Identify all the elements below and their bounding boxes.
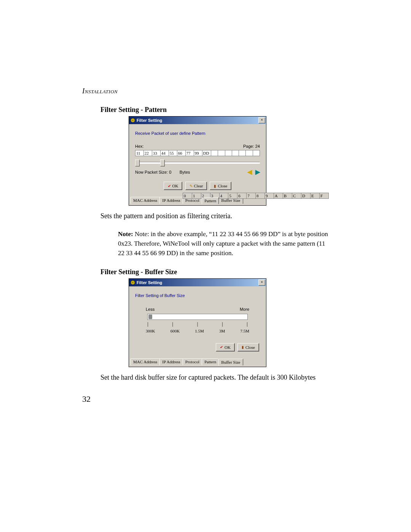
- hex-table: 0123456789ABCDEF 1122334455667799DD: [135, 150, 260, 156]
- hex-value-cell[interactable]: 11: [135, 150, 144, 156]
- titlebar: Filter Setting ×: [129, 117, 266, 124]
- titlebar: Filter Setting ×: [129, 279, 266, 286]
- hex-header-cell: E: [310, 193, 319, 199]
- hex-header-cell: A: [274, 193, 283, 199]
- page-number: 32: [82, 394, 91, 404]
- pattern-description: Receive Packet of user define Pattern: [135, 131, 260, 136]
- hex-value-cell[interactable]: [211, 150, 218, 156]
- hex-header-cell: D: [301, 193, 310, 199]
- hex-value-cell[interactable]: 44: [160, 150, 169, 156]
- hex-header-cell: 1: [192, 193, 201, 199]
- hex-header-cell: 9: [264, 193, 274, 199]
- hex-header-cell: 8: [256, 193, 265, 199]
- arrow-right-icon[interactable]: ▶: [255, 169, 260, 175]
- clear-button[interactable]: ✎Clear: [185, 182, 207, 190]
- hex-value-cell[interactable]: [239, 150, 246, 156]
- buffer-caption: Set the hard disk buffer size for captur…: [100, 372, 329, 382]
- hex-header-cell: F: [319, 193, 328, 199]
- scale-label: 1.5M: [195, 329, 204, 333]
- hex-value-row[interactable]: 1122334455667799DD: [135, 150, 260, 156]
- hex-value-cell[interactable]: 99: [194, 150, 202, 156]
- scale-label: 7.5M: [240, 329, 249, 333]
- ok-button[interactable]: ✔OK: [216, 343, 235, 351]
- tab-mac-address[interactable]: MAC Address: [131, 358, 160, 365]
- buffer-description: Filter Setting of Buffer Size: [135, 293, 260, 298]
- tab-buffer-size[interactable]: Buffer Size: [218, 359, 243, 366]
- close-button[interactable]: ▮Close: [237, 343, 259, 351]
- dialog-title: Filter Setting: [137, 118, 258, 123]
- hex-value-cell[interactable]: 77: [185, 150, 194, 156]
- scale-label: 300K: [146, 329, 155, 333]
- hex-value-cell[interactable]: [253, 150, 260, 156]
- hex-header-cell: B: [283, 193, 292, 199]
- tab-ip-address[interactable]: IP Address: [159, 197, 183, 204]
- scale-label: 600K: [170, 329, 180, 333]
- hex-header-cell: 5: [228, 193, 237, 199]
- more-label: More: [240, 307, 249, 312]
- section-heading-pattern: Filter Setting - Pattern: [100, 106, 329, 114]
- tick: │: [147, 322, 149, 326]
- hex-value-cell[interactable]: [218, 150, 225, 156]
- close-icon[interactable]: ×: [258, 117, 265, 123]
- page-header: Installation: [82, 87, 118, 95]
- hex-header-cell: 6: [237, 193, 247, 199]
- scale-label: 3M: [219, 329, 225, 333]
- filter-setting-buffer-dialog: Filter Setting × Filter Setting of Buffe…: [129, 278, 266, 367]
- hex-value-cell[interactable]: [225, 150, 232, 156]
- close-button[interactable]: ▮Close: [210, 182, 231, 190]
- buffer-slider[interactable]: [146, 313, 249, 321]
- arrow-left-icon[interactable]: ◀: [247, 169, 252, 175]
- less-label: Less: [146, 307, 155, 312]
- hex-value-cell[interactable]: 22: [143, 150, 152, 156]
- tab-ip-address[interactable]: IP Address: [159, 358, 183, 365]
- hex-header-cell: C: [292, 193, 301, 199]
- hex-value-cell[interactable]: 66: [177, 150, 185, 156]
- hex-header-cell: 0: [183, 193, 192, 199]
- hex-value-cell[interactable]: 33: [152, 150, 160, 156]
- hex-header-cell: 4: [219, 193, 228, 199]
- app-icon: [130, 118, 135, 123]
- pattern-note: Note: Note: in the above example, “11 22…: [118, 229, 329, 258]
- filter-setting-pattern-dialog: Filter Setting × Receive Packet of user …: [129, 116, 266, 206]
- tab-protocol[interactable]: Protocol: [183, 358, 202, 365]
- hex-label: Hex:: [135, 144, 144, 149]
- packet-size-label: Now Packet Size: 0: [135, 170, 171, 174]
- page-label: Page: 24: [243, 144, 260, 149]
- hex-header-cell: 7: [247, 193, 256, 199]
- app-icon: [130, 280, 135, 285]
- dialog-title: Filter Setting: [137, 280, 258, 285]
- hex-value-cell[interactable]: [232, 150, 239, 156]
- section-heading-buffer: Filter Setting - Buffer Size: [100, 268, 329, 276]
- ok-button[interactable]: ✔OK: [164, 182, 183, 190]
- hex-value-cell[interactable]: DD: [202, 150, 211, 156]
- tab-pattern[interactable]: Pattern: [202, 197, 219, 204]
- close-icon[interactable]: ×: [258, 280, 265, 286]
- tab-mac-address[interactable]: MAC Address: [131, 197, 160, 204]
- position-slider[interactable]: [135, 159, 260, 166]
- tab-bar: MAC AddressIP AddressProtocolPatternBuff…: [129, 358, 266, 367]
- hex-value-cell[interactable]: 55: [169, 150, 177, 156]
- pattern-caption: Sets the pattern and position as filteri…: [100, 211, 329, 221]
- bytes-label: Bytes: [180, 170, 190, 174]
- tab-pattern[interactable]: Pattern: [202, 358, 219, 365]
- hex-value-cell[interactable]: [246, 150, 253, 156]
